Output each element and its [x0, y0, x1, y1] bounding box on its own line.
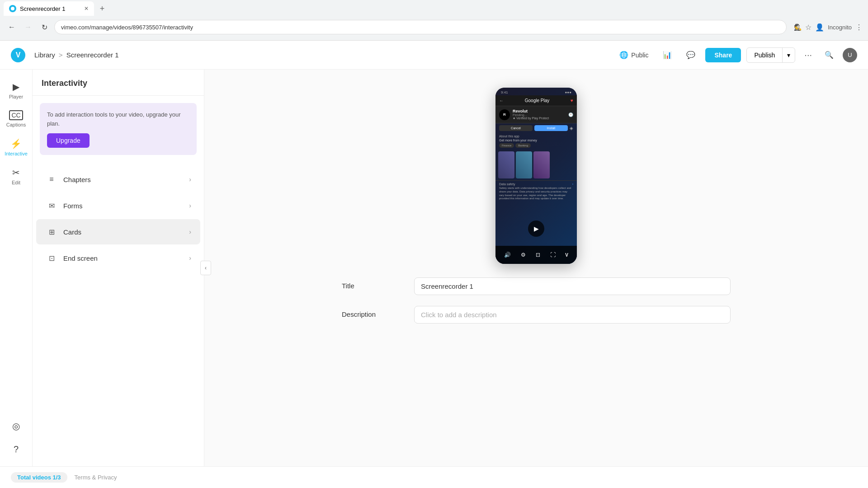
end-screen-chevron-icon: › — [189, 254, 191, 262]
phone-status-bar: 9:41 ●●● — [495, 88, 577, 95]
vimeo-ctrl[interactable]: V — [565, 253, 568, 258]
upgrade-button[interactable]: Upgrade — [47, 133, 90, 148]
about-subtitle: Get more from your money — [499, 139, 573, 142]
cards-chevron-icon: › — [189, 228, 191, 235]
screenshot-2 — [516, 151, 532, 178]
total-videos: Total videos 1/3 — [11, 472, 67, 483]
url-text: vimeo.com/manage/videos/896735507/intera… — [61, 24, 193, 31]
video-controls: 🔊 ⚙ ⊡ ⛶ V — [495, 246, 577, 264]
chapters-label: Chapters — [63, 176, 189, 183]
publish-label: Publish — [747, 48, 783, 62]
new-tab-btn[interactable]: + — [96, 2, 108, 15]
url-bar[interactable]: vimeo.com/manage/videos/896735507/intera… — [54, 20, 787, 34]
app-bar-title: Google Play — [506, 98, 568, 103]
tab-favicon — [9, 5, 16, 12]
total-videos-label: Total videos — [17, 474, 51, 481]
avatar-initials: U — [848, 52, 852, 58]
extensions-btn[interactable]: ⋮ — [855, 23, 863, 32]
edit-label: Edit — [12, 180, 20, 185]
revolut-info: Revolut Pending... ★ Verified by Play Pr… — [513, 109, 566, 120]
share-button[interactable]: Share — [705, 48, 741, 62]
globe-icon: ◎ — [12, 421, 20, 432]
terms-privacy-link[interactable]: Terms & Privacy — [75, 474, 117, 481]
breadcrumb-separator: > — [59, 51, 63, 59]
search-btn[interactable]: 🔍 — [821, 49, 837, 61]
menu-item-chapters[interactable]: ≡ Chapters › — [36, 167, 200, 192]
more-options-btn[interactable]: ··· — [801, 48, 816, 62]
tag-finance: Finance — [499, 143, 514, 148]
upgrade-text: To add interaction tools to your video, … — [47, 110, 189, 128]
video-container: 9:41 ●●● ← Google Play ♥ R — [495, 88, 577, 264]
menu-item-forms[interactable]: ✉ Forms › — [36, 193, 200, 218]
incognito-icon: 🕵 — [794, 23, 802, 31]
nav-edit[interactable]: ✂ Edit — [2, 163, 31, 190]
bookmark-btn[interactable]: ☆ — [805, 23, 811, 32]
cancel-btn[interactable]: Cancel — [499, 125, 533, 131]
data-safety-header: Data safety › — [499, 183, 573, 186]
vimeo-logo[interactable]: V — [11, 48, 25, 62]
top-nav: V Library > Screenrecorder 1 🌐 Public 📊 … — [0, 41, 868, 70]
tab-title: Screenrecorder 1 — [20, 5, 65, 12]
forms-icon: ✉ — [45, 199, 58, 212]
publish-caret-icon[interactable]: ▾ — [783, 48, 795, 62]
player-label: Player — [9, 94, 23, 99]
end-screen-label: End screen — [63, 254, 189, 262]
breadcrumb-current: Screenrecorder 1 — [66, 51, 119, 59]
send-icon: ◈ — [570, 125, 573, 131]
total-videos-count: 1/3 — [53, 474, 61, 481]
analytics-btn[interactable]: 📊 — [658, 48, 676, 62]
forward-btn[interactable]: → — [22, 21, 34, 33]
incognito-label: Incognito — [828, 24, 852, 31]
tab-close-btn[interactable]: ✕ — [84, 5, 89, 12]
install-btn[interactable]: Install — [534, 125, 568, 131]
settings-ctrl[interactable]: ⚙ — [521, 252, 526, 258]
tag-banking: Banking — [515, 143, 531, 148]
volume-ctrl[interactable]: 🔊 — [504, 252, 511, 258]
nav-interactive[interactable]: ⚡ Interactive — [2, 134, 31, 161]
profile-btn[interactable]: 👤 — [815, 23, 824, 32]
cards-label: Cards — [63, 228, 189, 236]
svg-point-0 — [11, 7, 14, 10]
nav-captions[interactable]: CC Captions — [2, 106, 31, 132]
public-icon: 🌐 — [619, 51, 628, 59]
cards-icon: ⊞ — [45, 225, 58, 238]
comments-btn[interactable]: 💬 — [682, 48, 700, 62]
video-area: 9:41 ●●● ← Google Play ♥ R — [204, 70, 868, 466]
details-section: Title Description Click to add a descrip… — [333, 277, 740, 334]
public-btn[interactable]: 🌐 Public — [615, 48, 653, 62]
revolut-name: Revolut — [513, 109, 566, 113]
back-icon: ← — [499, 98, 504, 103]
fullscreen-ctrl[interactable]: ⛶ — [550, 252, 556, 258]
title-input[interactable] — [414, 277, 731, 295]
nav-help[interactable]: ? — [2, 440, 31, 459]
refresh-btn[interactable]: ↻ — [38, 21, 51, 33]
analytics-icon: 📊 — [663, 51, 672, 59]
revolut-logo: R — [499, 109, 510, 120]
menu-item-end-screen[interactable]: ⊡ End screen › — [36, 245, 200, 271]
upgrade-card: To add interaction tools to your video, … — [40, 103, 197, 155]
bottom-bar: Total videos 1/3 Terms & Privacy — [0, 466, 868, 488]
publish-button[interactable]: Publish ▾ — [746, 47, 795, 63]
nav-globe[interactable]: ◎ — [2, 416, 31, 436]
avatar[interactable]: U — [843, 48, 857, 62]
nav-player[interactable]: ▶ Player — [2, 77, 31, 104]
about-section: About this app Get more from your money … — [495, 133, 577, 150]
description-field-label: Description — [342, 306, 414, 318]
breadcrumb-library[interactable]: Library — [34, 51, 55, 59]
chapters-chevron-icon: › — [189, 176, 191, 183]
play-button[interactable]: ▶ — [528, 221, 544, 237]
pip-ctrl[interactable]: ⊡ — [536, 252, 540, 258]
forms-label: Forms — [63, 202, 189, 210]
data-safety-arrow: › — [572, 183, 573, 186]
screenshot-3 — [533, 151, 550, 178]
captions-icon: CC — [9, 110, 23, 120]
heart-icon: ♥ — [571, 98, 573, 103]
back-btn[interactable]: ← — [5, 21, 18, 33]
description-input[interactable]: Click to add a description — [414, 306, 731, 324]
panel-collapse-btn[interactable]: ‹ — [200, 261, 211, 275]
browser-tab[interactable]: Screenrecorder 1 ✕ — [4, 1, 94, 16]
menu-item-cards[interactable]: ⊞ Cards › — [36, 219, 200, 244]
revolut-rating: ★ Verified by Play Protect — [513, 117, 566, 120]
comments-icon: 💬 — [686, 51, 695, 59]
end-screen-icon: ⊡ — [45, 252, 58, 264]
